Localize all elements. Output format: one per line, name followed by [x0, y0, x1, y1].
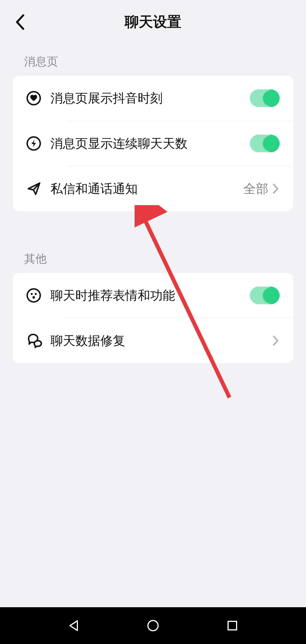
- chevron-left-icon: [15, 14, 25, 31]
- chevron-right-icon: [273, 335, 279, 346]
- chevron-right-icon: [273, 183, 279, 194]
- row-label: 聊天数据修复: [50, 332, 272, 349]
- svg-rect-8: [228, 621, 237, 630]
- circle-home-icon: [146, 619, 160, 632]
- toggle-show-continuous-days[interactable]: [250, 135, 280, 152]
- row-label: 消息页显示连续聊天天数: [50, 135, 250, 152]
- row-label: 私信和通话通知: [50, 181, 243, 197]
- emoji-icon: [26, 288, 41, 303]
- nav-back-button[interactable]: [64, 616, 84, 636]
- paper-plane-icon: [26, 181, 42, 196]
- header-bar: 聊天设置: [0, 0, 306, 44]
- heart-circle-icon: [26, 91, 41, 106]
- card-other: 聊天时推荐表情和功能 聊天数据修复: [13, 273, 293, 363]
- toggle-show-douyin-moments[interactable]: [250, 89, 280, 107]
- card-message-page: 消息页展示抖音时刻 消息页显示连续聊天天数 私信和通话通知 全部: [13, 76, 293, 211]
- section-header-other: 其他: [0, 241, 306, 273]
- row-data-repair[interactable]: 聊天数据修复: [13, 318, 293, 363]
- row-show-continuous-days[interactable]: 消息页显示连续聊天天数: [13, 121, 293, 166]
- chat-bubbles-icon: [26, 333, 42, 349]
- toggle-recommend-emoji[interactable]: [250, 287, 280, 304]
- page-title: 聊天设置: [0, 12, 306, 31]
- back-button[interactable]: [11, 14, 28, 31]
- svg-point-3: [31, 293, 33, 295]
- android-navbar: [0, 607, 306, 644]
- row-label: 聊天时推荐表情和功能: [50, 287, 250, 304]
- row-label: 消息页展示抖音时刻: [50, 90, 250, 107]
- triangle-back-icon: [67, 619, 80, 632]
- nav-recent-button[interactable]: [222, 616, 242, 636]
- nav-home-button[interactable]: [143, 616, 163, 636]
- row-recommend-emoji[interactable]: 聊天时推荐表情和功能: [13, 273, 293, 318]
- svg-point-4: [35, 293, 37, 295]
- bolt-circle-icon: [26, 136, 41, 151]
- row-show-douyin-moments[interactable]: 消息页展示抖音时刻: [13, 76, 293, 121]
- svg-point-2: [27, 289, 40, 302]
- row-value: 全部: [243, 181, 268, 197]
- square-recent-icon: [227, 620, 238, 631]
- svg-point-7: [148, 621, 158, 631]
- svg-point-5: [33, 296, 35, 299]
- row-dm-call-notify[interactable]: 私信和通话通知 全部: [13, 166, 293, 211]
- section-header-message: 消息页: [0, 44, 306, 76]
